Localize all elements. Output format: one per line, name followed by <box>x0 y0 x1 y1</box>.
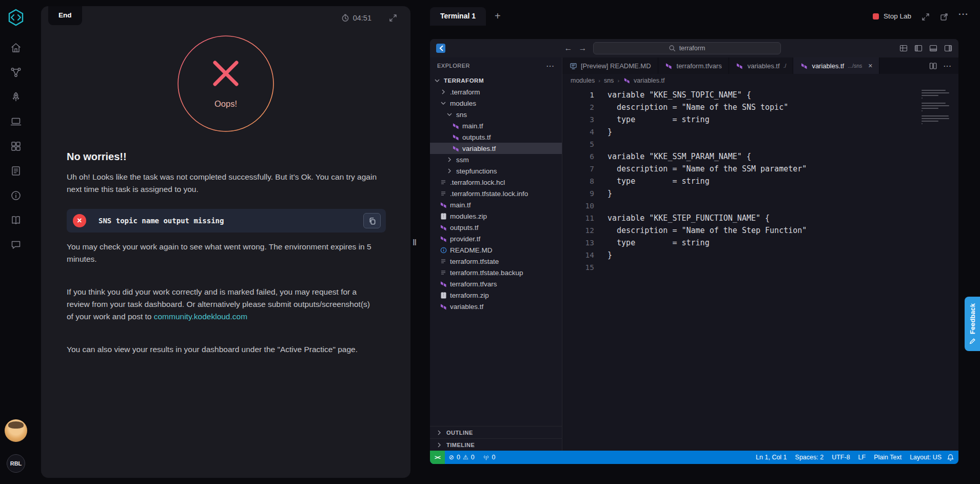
editor-tab-variables-tf-[interactable]: variables.tf./ <box>729 57 794 74</box>
toggle-panel-icon[interactable] <box>929 44 937 52</box>
stop-lab-button[interactable]: Stop Lab <box>873 12 911 20</box>
editor-more-icon[interactable]: ··· <box>944 62 952 70</box>
failure-x-icon <box>215 63 237 84</box>
statusbar: >< ⊘0 ⚠0 0 Ln 1, Col 1Spaces: 2UTF-8LFPl… <box>430 451 958 464</box>
status-encoding[interactable]: UTF-8 <box>828 451 854 464</box>
problems-indicator[interactable]: ⊘0 ⚠0 <box>445 451 479 464</box>
error-message: SNS topic name output missing <box>99 217 363 225</box>
remote-indicator[interactable]: >< <box>430 451 445 464</box>
explorer-file-readme-md[interactable]: README.MD <box>430 244 562 256</box>
panel-resize-handle[interactable]: ‖ <box>413 238 417 247</box>
explorer-file-outputs-tf[interactable]: outputs.tf <box>430 222 562 233</box>
toggle-secondary-sidebar-icon[interactable] <box>944 44 952 52</box>
explorer-folder-sns[interactable]: sns <box>430 109 562 120</box>
explorer-folder-modules[interactable]: modules <box>430 98 562 109</box>
chevron-right-icon <box>439 88 447 96</box>
code-editor[interactable]: 123456789101112131415 variable "KKE_SNS_… <box>562 87 958 451</box>
timer-value: 04:51 <box>353 14 371 22</box>
status-keyboard-layout[interactable]: Layout: US <box>906 451 946 464</box>
kodekloud-logo-icon[interactable] <box>7 8 25 27</box>
explorer-file-terraform-lock-hcl[interactable]: .terraform.lock.hcl <box>430 177 562 188</box>
more-options-icon[interactable]: ··· <box>958 9 969 20</box>
status-language-mode[interactable]: Plain Text <box>870 451 906 464</box>
explorer-file-main-tf[interactable]: main.tf <box>430 199 562 210</box>
book-icon[interactable] <box>10 215 22 226</box>
chevron-right-icon: › <box>617 78 619 84</box>
explorer-folder-terraform[interactable]: .terraform <box>430 86 562 98</box>
editor-area: [Preview] README.MDterraform.tfvarsvaria… <box>562 57 958 451</box>
explorer-folder-stepfunctions[interactable]: stepfunctions <box>430 165 562 177</box>
back-arrow-icon[interactable]: ← <box>564 44 573 53</box>
forward-arrow-icon[interactable]: → <box>579 44 587 53</box>
chevron-right-icon <box>445 156 454 164</box>
section-outline[interactable]: OUTLINE <box>430 426 562 438</box>
chat-icon[interactable] <box>10 239 22 250</box>
tab-end[interactable]: End <box>48 6 82 25</box>
feedback-button[interactable]: Feedback <box>965 297 980 351</box>
close-icon[interactable]: × <box>868 62 872 70</box>
expand-icon[interactable] <box>922 13 930 21</box>
breadcrumb-modules[interactable]: modules <box>571 77 595 84</box>
new-terminal-button[interactable]: + <box>495 10 501 22</box>
text-file-icon <box>439 269 447 276</box>
status-eol[interactable]: LF <box>854 451 870 464</box>
explorer-file-variables-tf[interactable]: variables.tf <box>430 301 562 312</box>
split-editor-icon[interactable] <box>929 62 937 70</box>
readme-file-icon <box>439 247 447 254</box>
explorer-sidebar: EXPLORER ··· TERRAFORM.terraformmoduless… <box>430 57 562 451</box>
explorer-folder-ssm[interactable]: ssm <box>430 154 562 165</box>
section-timeline[interactable]: TIMELINE <box>430 438 562 451</box>
terraform-file-icon <box>800 63 808 69</box>
chevron-right-icon <box>435 429 443 437</box>
breadcrumb-sns[interactable]: sns <box>604 77 614 84</box>
explorer-more-icon[interactable]: ··· <box>546 62 555 70</box>
explorer-file-terraform-tfstate-backup[interactable]: terraform.tfstate.backup <box>430 267 562 278</box>
explorer-root[interactable]: TERRAFORM <box>430 75 562 86</box>
command-center-search[interactable]: terraform <box>593 42 781 54</box>
minimap[interactable] <box>922 90 951 128</box>
text-file-icon <box>439 190 447 197</box>
open-external-icon[interactable] <box>940 13 948 21</box>
explorer-file-modules-zip[interactable]: modules.zip <box>430 210 562 222</box>
toggle-sidebar-icon[interactable] <box>914 44 923 52</box>
terraform-file-icon <box>439 303 447 310</box>
blocks-icon[interactable] <box>10 141 22 152</box>
search-value: terraform <box>679 45 705 52</box>
info-icon[interactable] <box>10 190 22 201</box>
monitor-icon[interactable] <box>10 116 22 127</box>
explorer-file-outputs-tf[interactable]: outputs.tf <box>430 131 562 143</box>
community-link[interactable]: community.kodekloud.com <box>154 312 247 321</box>
avatar[interactable] <box>5 419 27 442</box>
note-check: You may check your work again to see wha… <box>67 241 378 265</box>
user-initials-badge[interactable]: RBL <box>7 454 25 473</box>
ports-indicator[interactable]: 0 <box>479 451 500 464</box>
explorer-file-main-tf[interactable]: main.tf <box>430 120 562 131</box>
explorer-file-variables-tf[interactable]: variables.tf <box>430 143 562 154</box>
explorer-file-provider-tf[interactable]: provider.tf <box>430 233 562 244</box>
status-cursor-position[interactable]: Ln 1, Col 1 <box>752 451 791 464</box>
editor-tab-variables-tf-sns[interactable]: variables.tf.../sns× <box>793 57 879 74</box>
editor-tab-preview-readme-md[interactable]: [Preview] README.MD <box>562 57 658 74</box>
terraform-file-icon <box>439 236 447 242</box>
chevron-down-icon <box>433 76 441 85</box>
home-icon[interactable] <box>10 42 22 53</box>
stop-icon <box>873 13 879 20</box>
breadcrumb: modules › sns › variables.tf <box>562 74 958 87</box>
expand-icon[interactable] <box>389 14 397 22</box>
explorer-file-terraform-tfstate[interactable]: terraform.tfstate <box>430 256 562 267</box>
customize-layout-icon[interactable] <box>899 44 908 52</box>
menu-icon[interactable] <box>436 44 445 53</box>
rocket-icon[interactable] <box>10 91 22 103</box>
flow-icon[interactable] <box>10 67 22 78</box>
status-indent-setting[interactable]: Spaces: 2 <box>791 451 828 464</box>
tab-terminal-1[interactable]: Terminal 1 <box>430 7 486 26</box>
explorer-file-terraform-zip[interactable]: terraform.zip <box>430 289 562 301</box>
breadcrumb-file[interactable]: variables.tf <box>623 77 664 84</box>
editor-tabs: [Preview] README.MDterraform.tfvarsvaria… <box>562 57 879 74</box>
editor-tab-terraform-tfvars[interactable]: terraform.tfvars <box>658 57 729 74</box>
notes-icon[interactable] <box>10 165 22 177</box>
notifications-bell-icon[interactable] <box>947 454 954 461</box>
explorer-file-terraform-tfvars[interactable]: terraform.tfvars <box>430 278 562 289</box>
copy-button[interactable] <box>363 213 381 228</box>
explorer-file-terraform-tfstate-lock-info[interactable]: .terraform.tfstate.lock.info <box>430 188 562 199</box>
